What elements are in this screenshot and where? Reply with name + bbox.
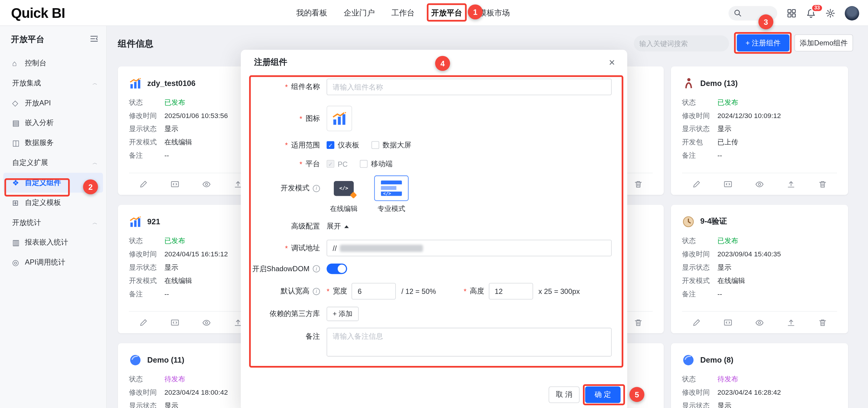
sidebar-item-console[interactable]: ⌂ 控制台	[0, 53, 106, 73]
card-name: Demo (11)	[147, 355, 184, 364]
status-badge: 待发布	[164, 373, 185, 386]
debug-url-input[interactable]: //	[327, 240, 612, 256]
note-textarea[interactable]	[327, 328, 612, 356]
scope-screen-checkbox[interactable]	[371, 141, 379, 149]
sidebar-group-open-integration[interactable]: 开放集成︿	[0, 73, 106, 93]
topbar: Quick BI 我的看板 企业门户 工作台 开放平台 模板市场 33	[0, 0, 868, 26]
sidebar-item-open-api[interactable]: ◇ 开放API	[0, 93, 106, 113]
search-input[interactable]	[640, 40, 728, 48]
notification-count-badge: 33	[811, 4, 823, 12]
quick-bi-logo[interactable]: Quick BI	[11, 5, 65, 21]
chevron-up-icon: ︿	[92, 159, 97, 166]
width-input[interactable]	[352, 283, 396, 300]
data-service-icon: ◫	[12, 138, 25, 147]
name-input[interactable]	[327, 79, 612, 95]
online-edit-icon	[334, 181, 354, 195]
height-input[interactable]	[489, 283, 533, 300]
register-component-button[interactable]: + 注册组件	[737, 34, 789, 52]
field-shadowdom: 开启ShadowDOM	[241, 263, 612, 274]
upload-icon[interactable]	[786, 180, 795, 189]
report-stats-icon: ▥	[12, 238, 25, 247]
sidebar-title-text: 开放平台	[11, 34, 44, 45]
platform-mobile-checkbox[interactable]	[360, 160, 368, 168]
delete-icon[interactable]	[634, 318, 643, 327]
preview-eye-icon[interactable]	[755, 180, 764, 189]
api-stats-icon: ◎	[12, 258, 25, 266]
embed-code-icon[interactable]	[724, 180, 733, 189]
person-card-icon	[682, 76, 694, 89]
close-icon[interactable]: ×	[609, 57, 615, 67]
cancel-button[interactable]: 取 消	[549, 386, 580, 403]
nav-open-platform[interactable]: 开放平台	[431, 8, 462, 18]
chart-card-icon	[129, 76, 142, 89]
page-title: 组件信息	[118, 38, 153, 50]
status-badge: 待发布	[718, 373, 739, 386]
nav-workbench[interactable]: 工作台	[391, 8, 415, 18]
top-nav: 我的看板 企业门户 工作台 开放平台 模板市场	[296, 0, 510, 26]
add-demo-component-button[interactable]: 添加Demo组件	[795, 34, 853, 52]
caret-up-icon	[344, 225, 349, 228]
demo-card-icon	[682, 353, 694, 366]
field-dependencies: 依赖的第三方库 + 添加	[241, 307, 612, 321]
chart-card-icon	[129, 215, 142, 228]
field-note: 备注	[241, 328, 612, 356]
upload-icon[interactable]	[786, 318, 795, 327]
embed-code-icon[interactable]	[170, 318, 179, 327]
embed-analysis-icon: ▤	[12, 118, 25, 127]
shadowdom-toggle[interactable]	[327, 263, 347, 274]
sidebar-group-custom-extension[interactable]: 自定义扩展︿	[0, 153, 106, 173]
card-column-4: Demo (13) 状态已发布 修改时间2024/12/30 10:09:12 …	[671, 66, 848, 408]
info-icon[interactable]	[313, 185, 320, 192]
nav-template-market[interactable]: 模板市场	[479, 8, 510, 18]
apps-grid-icon[interactable]	[786, 8, 797, 18]
scope-dashboard-checkbox[interactable]	[327, 141, 334, 149]
edit-icon[interactable]	[139, 318, 148, 327]
preview-eye-icon[interactable]	[202, 318, 211, 327]
card-name: Demo (13)	[700, 79, 738, 88]
global-search[interactable]	[728, 6, 777, 20]
sidebar-group-open-stats[interactable]: 开放统计︿	[0, 213, 106, 232]
advanced-collapse-toggle[interactable]: 展开	[327, 222, 349, 231]
sidebar-item-custom-component[interactable]: ❖ 自定义组件	[3, 173, 103, 193]
sidebar-item-report-embed-stats[interactable]: ▥ 报表嵌入统计	[0, 232, 106, 252]
edit-icon[interactable]	[692, 180, 701, 189]
nav-enterprise-portal[interactable]: 企业门户	[344, 8, 375, 18]
sidebar-item-custom-template[interactable]: ⊞ 自定义模板	[0, 193, 106, 213]
sidebar-item-api-call-stats[interactable]: ◎ API调用统计	[0, 252, 106, 273]
field-dev-mode: 开发模式 在线编辑 专业模式	[241, 176, 612, 214]
edit-icon[interactable]	[139, 180, 148, 189]
topbar-actions: 33	[728, 0, 859, 26]
preview-eye-icon[interactable]	[755, 318, 764, 327]
info-icon[interactable]	[313, 287, 320, 295]
icon-preview[interactable]	[327, 106, 352, 131]
demo-card-icon	[129, 353, 142, 366]
delete-icon[interactable]	[634, 180, 643, 189]
modal-title: 注册组件	[254, 57, 287, 67]
gear-icon[interactable]	[825, 8, 835, 18]
field-platform: 平台 PC 移动端	[241, 159, 612, 169]
devmode-pro-option[interactable]: 专业模式	[374, 176, 408, 214]
devmode-online-option[interactable]: 在线编辑	[327, 176, 361, 214]
component-card: 9-4验证 状态已发布 修改时间2023/09/04 15:40:35 显示状态…	[671, 205, 848, 333]
preview-eye-icon[interactable]	[202, 180, 211, 189]
embed-code-icon[interactable]	[724, 318, 733, 327]
delete-icon[interactable]	[818, 318, 827, 327]
confirm-button[interactable]: 确 定	[585, 386, 620, 403]
nav-my-boards[interactable]: 我的看板	[296, 8, 327, 18]
avatar[interactable]	[845, 6, 859, 20]
sidebar-item-embed-analysis[interactable]: ▤ 嵌入分析	[0, 113, 106, 133]
embed-code-icon[interactable]	[170, 180, 179, 189]
notifications-button[interactable]: 33	[806, 8, 816, 18]
status-badge: 已发布	[718, 96, 739, 109]
modal-header: 注册组件 ×	[241, 50, 627, 74]
register-component-modal: 注册组件 × 组件名称 图标 适用范围 仪表板 数据大屏	[241, 50, 627, 408]
delete-icon[interactable]	[818, 180, 827, 189]
info-icon[interactable]	[313, 265, 320, 273]
add-dependency-button[interactable]: + 添加	[327, 307, 359, 321]
sidebar-item-data-service[interactable]: ◫ 数据服务	[0, 133, 106, 153]
edit-icon[interactable]	[692, 318, 701, 327]
card-name: 921	[147, 217, 160, 226]
search-icon	[734, 9, 742, 17]
status-badge: 已发布	[164, 96, 185, 109]
sidebar-collapse-icon[interactable]	[90, 34, 98, 43]
